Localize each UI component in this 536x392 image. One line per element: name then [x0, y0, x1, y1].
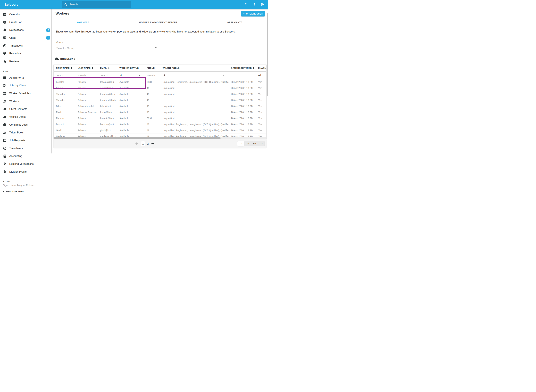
page-size-50[interactable]: 50 [251, 141, 258, 146]
sidebar-item-chats[interactable]: Chats1 [0, 34, 52, 42]
horizontal-scrollbar-track[interactable] [54, 137, 266, 139]
filter-input-phone[interactable] [147, 74, 159, 77]
column-header-phone[interactable]: PHONE [144, 65, 160, 71]
horizontal-scrollbar-thumb[interactable] [54, 137, 221, 139]
column-header-date-registered[interactable]: DATE REGISTERED [228, 65, 256, 71]
sidebar-item-workers[interactable]: Workers [0, 97, 52, 105]
logout-icon[interactable] [260, 3, 264, 7]
minimise-menu-button[interactable]: MINIMISE MENU [3, 188, 25, 195]
page-scrollbar[interactable] [267, 13, 268, 96]
filter-input-last-name[interactable] [78, 74, 97, 77]
cell-status: Available [117, 91, 144, 97]
tab-label: WORKER ENGAGEMENT REPORT [139, 21, 177, 23]
tab-worker-engagement-report[interactable]: WORKER ENGAGEMENT REPORT [114, 18, 202, 26]
sidebar-item-confirmed-jobs[interactable]: Confirmed Jobs [0, 121, 52, 129]
page-size-100[interactable]: 100 [258, 141, 265, 146]
sort-icon[interactable] [108, 67, 110, 69]
table-row[interactable]: TheodenFellowstheoden@lo.trAvailable49Un… [54, 91, 266, 97]
sidebar-item-job-requests[interactable]: Job Requests [0, 136, 52, 144]
cell-last: Fellows [75, 85, 98, 91]
column-header-first-name[interactable]: FIRST NAME [54, 65, 75, 71]
filter-select-talent-pools[interactable]: All [163, 74, 227, 77]
sidebar-item-calendar[interactable]: Calendar [0, 10, 52, 18]
filter-select-worker-status[interactable]: All [119, 74, 143, 77]
create-user-button[interactable]: + CREATE USER [241, 11, 265, 17]
page-size-20[interactable]: 20 [244, 141, 251, 146]
main-content: Workers + CREATE USER WORKERSWORKER ENGA… [52, 9, 268, 196]
cell-date: 28 Apr 2020 1:13 PM [228, 121, 256, 127]
table-row[interactable]: BilboFellows-Imrahilbilbo@lo.trAvailable… [54, 103, 266, 109]
sidebar-item-create-job[interactable]: Create Job [0, 18, 52, 26]
sidebar-item-verified-users[interactable]: Verified Users [0, 113, 52, 121]
column-header-last-name[interactable]: LAST NAME [75, 65, 98, 71]
table-row[interactable]: LegolasFellowslegolas@lo.trAvailable0831… [54, 79, 266, 85]
sidebar-item-client-contacts[interactable]: Client Contacts [0, 105, 52, 113]
page-button-2[interactable]: 2 [147, 142, 149, 145]
sidebar-item-worker-schedules[interactable]: Worker Schedules [0, 89, 52, 97]
sidebar-item-expiring-verifications[interactable]: Expiring Verifications [0, 160, 52, 168]
sidebar-item-label: Favourites [9, 52, 22, 55]
filter-cell-worker-status: All [117, 71, 144, 79]
table-row[interactable]: GimliFellowsgimli@lo.trAvailable49Unqual… [54, 127, 266, 133]
filter-cell-phone [144, 71, 160, 79]
sidebar-scrollbar[interactable] [52, 9, 52, 154]
table-row[interactable]: BoromirFellowsboromir@lo.trAvailable49Un… [54, 121, 266, 127]
table-row[interactable]: FaramirFellowsfaramir@lo.trAvailable0831… [54, 115, 266, 121]
column-header-enabled[interactable]: ENABLED [256, 65, 266, 71]
tab-label: WORKERS [77, 21, 89, 23]
help-icon[interactable]: ? [252, 3, 256, 7]
cell-status: Available [117, 79, 144, 85]
column-header-talent-pools[interactable]: TALENT POOLS [160, 65, 228, 71]
filter-select-value: All [163, 74, 165, 77]
groups-select-placeholder: Select a Group [56, 47, 74, 50]
tab-applicants[interactable]: APPLICANTS [202, 18, 268, 26]
page-size-10[interactable]: 10 [237, 141, 244, 146]
filter-input-email[interactable] [100, 74, 116, 77]
cell-pools: Unqualified, Registered, Unregistered (E… [160, 79, 228, 85]
cell-pools: Unqualified, Registered, Unregistered (E… [160, 127, 228, 133]
global-search-input[interactable] [69, 3, 129, 6]
sidebar-item-reviews[interactable]: Reviews [0, 57, 52, 65]
cell-phone: 49 [144, 97, 160, 103]
table-row[interactable]: FrodoFellows / Forresterfrodo@lo.trAvail… [54, 109, 266, 115]
cell-enabled: Yes [256, 85, 266, 91]
sidebar-item-label: Notifications [9, 28, 24, 32]
sidebar-item-accounting[interactable]: Accounting [0, 152, 52, 160]
sidebar-item-admin-portal[interactable]: Admin Portal [0, 74, 52, 82]
tab-label: APPLICANTS [227, 21, 242, 23]
sidebar-item-notifications[interactable]: Notifications3 [0, 26, 52, 34]
page-button-1[interactable]: 1 [141, 141, 145, 146]
next-page-button[interactable] [151, 142, 155, 145]
sidebar-item-talent-pools[interactable]: Talent Pools [0, 129, 52, 136]
table-row[interactable]: TheodredFellowstheodred@lo.trAvailable49… [54, 97, 266, 103]
sidebar-item-favourites[interactable]: Favourites [0, 50, 52, 57]
cell-email: gimli@lo.tr [98, 127, 117, 133]
global-search[interactable] [62, 1, 131, 8]
filter-input-first-name[interactable] [56, 74, 74, 77]
column-header-worker-status[interactable]: WORKER STATUS [117, 65, 144, 71]
sort-icon[interactable] [253, 67, 254, 69]
previous-page-button[interactable] [135, 142, 139, 145]
table-row[interactable]: EowynFellowseowyn@lo.trAvailable49Unqual… [54, 85, 266, 91]
cell-first: Bilbo [54, 103, 75, 109]
cell-email: bilbo@lo.tr [98, 103, 117, 109]
sidebar-item-jobs-by-client[interactable]: Jobs by Client [0, 82, 52, 89]
app-logo: Scissors [5, 0, 19, 9]
sort-icon[interactable] [71, 67, 72, 69]
groups-select[interactable]: Select a Group [54, 44, 159, 53]
sidebar-item-timesheets[interactable]: Timesheets [0, 42, 52, 50]
notifications-bell-icon[interactable] [244, 3, 248, 7]
filter-select-enabled[interactable]: All [258, 74, 261, 77]
sidebar-item-division-profile[interactable]: Division Profile [0, 168, 52, 176]
cell-date: 28 Apr 2020 1:13 PM [228, 91, 256, 97]
cell-status: Available [117, 85, 144, 91]
search-icon [64, 3, 67, 6]
sort-icon[interactable] [92, 67, 93, 69]
column-header-email[interactable]: EMAIL [98, 65, 117, 71]
sidebar-item-timesheets[interactable]: Timesheets [0, 144, 52, 152]
cell-last: Fellows [75, 121, 98, 127]
download-button[interactable]: DOWNLOAD [54, 56, 77, 62]
tab-workers[interactable]: WORKERS [52, 18, 114, 26]
sidebar-item-label: Timesheets [9, 147, 23, 150]
cell-last: Fellows [75, 79, 98, 85]
